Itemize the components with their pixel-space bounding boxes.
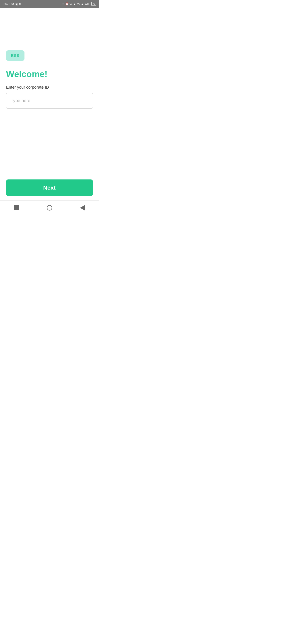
back-triangle-icon [80,205,85,211]
status-icons-left: ▣ ↻ [15,2,21,6]
alarm-icon: ⏰ [65,2,68,6]
corporate-id-input[interactable] [6,93,93,109]
bluetooth-icon: ✦ [62,2,64,6]
status-time: 9:57 PM [3,2,14,6]
spacer [6,114,93,179]
logo-area: ESS [6,50,93,61]
square-icon [14,205,19,210]
status-bar-left: 9:57 PM ▣ ↻ [3,2,21,6]
input-label: Enter your corporate ID [6,85,93,89]
nav-recents-button[interactable] [44,202,55,213]
circle-icon [47,205,52,211]
volte-icon-1: Vo [70,3,72,5]
battery-level: 75 [92,2,95,5]
next-button-container: Next [6,179,93,200]
volte-icon-2: Vo [77,3,80,5]
sync-icon: ↻ [19,2,21,6]
signal-bars-1: ▲ [73,2,76,6]
welcome-title: Welcome! [6,69,93,79]
battery-indicator: 75 [91,2,96,6]
nav-back-button[interactable] [77,202,88,213]
nav-home-button[interactable] [11,202,22,213]
status-bar: 9:57 PM ▣ ↻ ✦ ⏰ Vo ▲ Vo ▲ WiFi 75 [0,0,99,8]
wifi-icon: WiFi [85,2,90,6]
status-bar-right: ✦ ⏰ Vo ▲ Vo ▲ WiFi 75 [62,2,96,6]
signal-bars-2: ▲ [81,2,84,6]
nav-bar [0,200,99,215]
welcome-section: Welcome! Enter your corporate ID [6,69,93,109]
screen-cast-icon: ▣ [15,2,18,6]
ess-badge: ESS [6,50,24,61]
main-content: ESS Welcome! Enter your corporate ID Nex… [0,8,99,200]
ess-badge-text: ESS [11,53,20,58]
next-button[interactable]: Next [6,179,93,196]
